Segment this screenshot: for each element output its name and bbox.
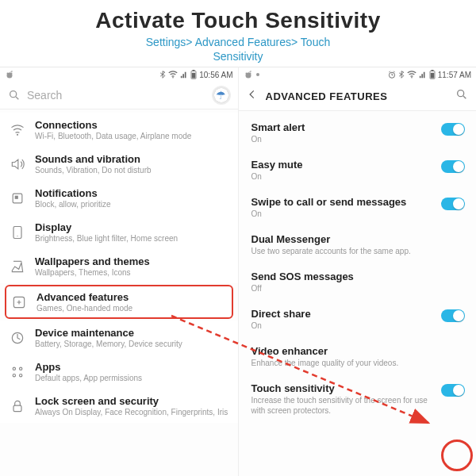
back-button[interactable] (247, 89, 258, 103)
svg-point-21 (245, 73, 247, 75)
svg-rect-19 (13, 405, 21, 412)
svg-point-17 (13, 374, 15, 376)
settings-row-sub: Wi-Fi, Bluetooth, Data usage, Airplane m… (35, 132, 228, 140)
breadcrumb: Settings> Advanced Features> Touch Sensi… (0, 35, 476, 63)
search-placeholder: Search (27, 89, 206, 102)
settings-row-label: Connections (35, 119, 228, 131)
feature-sub: Use two separate accounts for the same a… (251, 246, 466, 256)
feature-row[interactable]: Video enhancerEnhance the image quality … (239, 338, 477, 375)
settings-row-label: Advanced features (36, 291, 227, 303)
callout-ring (441, 440, 473, 471)
settings-row-maintenance[interactable]: Device maintenanceBattery, Storage, Memo… (0, 321, 238, 355)
feature-sub: On (251, 134, 434, 144)
settings-row-sub: Brightness, Blue light filter, Home scre… (35, 234, 228, 243)
settings-row-label: Lock screen and security (35, 395, 228, 407)
battery-icon (190, 70, 197, 79)
notifications-icon (10, 190, 25, 206)
settings-row-label: Display (35, 221, 228, 233)
avatar[interactable]: ☂ (213, 86, 230, 104)
toggle-switch[interactable] (441, 123, 465, 136)
settings-list: ConnectionsWi-Fi, Bluetooth, Data usage,… (0, 109, 238, 426)
sound-icon (10, 156, 25, 172)
svg-point-4 (172, 77, 174, 79)
settings-row-label: Sounds and vibration (35, 153, 228, 165)
svg-rect-12 (13, 226, 21, 238)
alarm-icon (388, 71, 396, 79)
reddit-icon (5, 70, 14, 79)
settings-row-sound[interactable]: Sounds and vibrationSounds, Vibration, D… (0, 147, 238, 181)
connections-icon (10, 122, 25, 138)
svg-point-2 (11, 73, 13, 75)
toggle-switch[interactable] (441, 160, 465, 173)
feature-label: Direct share (251, 308, 434, 320)
status-bar: 10:56 AM (0, 67, 238, 82)
feature-sub: Increase the touch sensitivity of the sc… (251, 395, 434, 416)
panes: 10:56 AM Search ☂ ConnectionsWi-Fi, Blue… (0, 67, 476, 476)
advanced-icon (11, 294, 27, 310)
svg-rect-11 (15, 196, 18, 199)
feature-row[interactable]: Swipe to call or send messagesOn (239, 189, 477, 226)
settings-row-notifications[interactable]: NotificationsBlock, allow, prioritize (0, 181, 238, 215)
settings-row-display[interactable]: DisplayBrightness, Blue light filter, Ho… (0, 215, 238, 249)
battery-icon (429, 70, 436, 79)
dot-icon (256, 73, 259, 76)
feature-sub: On (251, 321, 434, 331)
feature-row[interactable]: Direct shareOn (239, 301, 477, 338)
toggle-switch[interactable] (441, 198, 465, 210)
status-time: 10:56 AM (199, 71, 232, 79)
feature-sub: Off (251, 283, 466, 294)
settings-row-label: Notifications (35, 187, 228, 199)
svg-point-16 (20, 367, 22, 370)
maintenance-icon (10, 330, 25, 346)
feature-row[interactable]: Smart alertOn (239, 114, 477, 152)
search-icon[interactable] (455, 88, 468, 104)
svg-rect-28 (430, 73, 434, 79)
feature-label: Swipe to call or send messages (251, 196, 434, 208)
settings-row-sub: Wallpapers, Themes, Icons (35, 268, 228, 277)
title-bar: ADVANCED FEATURES (239, 82, 477, 111)
feature-row[interactable]: Easy muteOn (239, 152, 477, 189)
svg-rect-7 (192, 73, 196, 79)
toggle-switch[interactable] (441, 309, 465, 322)
settings-row-sub: Games, One-handed mode (36, 304, 227, 313)
signal-icon (180, 71, 188, 79)
settings-row-wallpapers[interactable]: Wallpapers and themesWallpapers, Themes,… (0, 249, 238, 283)
page-title: Activate Touch Sensitivity (0, 8, 476, 33)
feature-row[interactable]: Touch sensitivityIncrease the touch sens… (239, 375, 477, 423)
wallpapers-icon (10, 259, 25, 274)
svg-point-9 (17, 134, 18, 136)
settings-row-sub: Block, allow, prioritize (35, 200, 228, 209)
page-header: Activate Touch Sensitivity Settings> Adv… (0, 0, 476, 67)
feature-list: Smart alertOnEasy muteOnSwipe to call or… (239, 111, 477, 423)
settings-row-connections[interactable]: ConnectionsWi-Fi, Bluetooth, Data usage,… (0, 113, 238, 147)
settings-row-label: Device maintenance (35, 327, 228, 339)
signal-icon (419, 71, 427, 79)
settings-row-advanced[interactable]: Advanced featuresGames, One-handed mode (5, 285, 233, 319)
bluetooth-icon (398, 71, 405, 79)
settings-pane: 10:56 AM Search ☂ ConnectionsWi-Fi, Blue… (0, 67, 238, 476)
screen-title: ADVANCED FEATURES (266, 90, 448, 102)
svg-point-1 (7, 73, 9, 75)
svg-rect-6 (193, 70, 195, 71)
feature-row[interactable]: Dual MessengerUse two separate accounts … (239, 226, 477, 263)
svg-rect-27 (431, 70, 433, 71)
reddit-icon (244, 70, 253, 79)
search-bar[interactable]: Search ☂ (0, 82, 238, 109)
svg-point-18 (20, 374, 22, 376)
settings-row-lock[interactable]: Lock screen and securityAlways On Displa… (0, 389, 238, 423)
umbrella-icon: ☂ (216, 90, 226, 101)
settings-row-label: Apps (35, 361, 228, 373)
feature-sub: On (251, 171, 434, 182)
wifi-icon (168, 71, 178, 79)
status-time: 11:57 AM (438, 71, 471, 79)
feature-label: Touch sensitivity (251, 382, 434, 394)
settings-row-apps[interactable]: AppsDefault apps, App permissions (0, 355, 238, 389)
display-icon (10, 225, 25, 240)
feature-label: Easy mute (251, 159, 434, 171)
feature-row[interactable]: Send SOS messagesOff (239, 263, 477, 301)
toggle-switch[interactable] (441, 384, 465, 397)
wifi-icon (407, 71, 416, 79)
apps-icon (10, 364, 25, 380)
svg-point-22 (249, 73, 251, 75)
svg-point-8 (10, 91, 17, 98)
